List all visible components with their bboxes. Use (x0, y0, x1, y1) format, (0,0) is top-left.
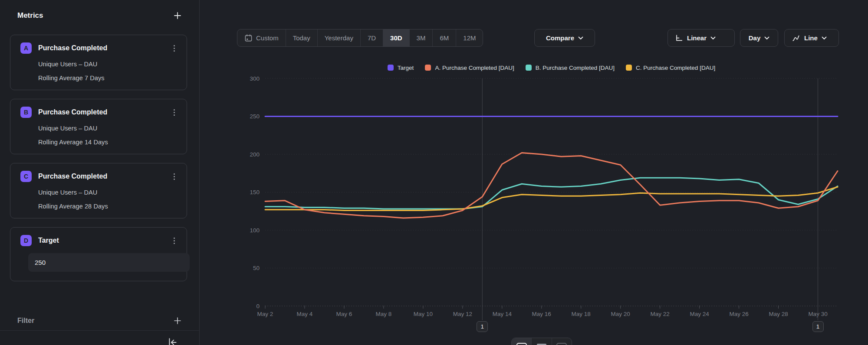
x-axis-label: May 2 (257, 311, 273, 317)
metric-card-a[interactable]: A Purchase Completed Unique Users – DAU … (10, 35, 187, 90)
legend-swatch (526, 65, 532, 71)
collapse-left-icon (167, 337, 178, 345)
chart-type-label: Line (804, 34, 818, 42)
metric-title: Target (38, 237, 169, 244)
plus-icon (173, 316, 182, 325)
filter-title: Filter (17, 317, 34, 325)
add-metric-button[interactable] (171, 10, 184, 22)
metrics-dashboard: 050100150200250300May 2May 4May 6May 8Ma… (0, 0, 868, 345)
date-range-today[interactable]: Today (286, 29, 317, 46)
view-table-button[interactable] (531, 338, 551, 345)
metric-card-list: A Purchase Completed Unique Users – DAU … (10, 35, 187, 290)
y-axis-label-200: 200 (250, 151, 260, 158)
legend-item-2[interactable]: B. Purchase Completed [DAU] (526, 65, 615, 71)
metric-title: Purchase Completed (38, 44, 169, 52)
date-range-label: 3M (417, 34, 426, 42)
chevron-down-icon (822, 36, 827, 40)
linear-axes-icon (675, 34, 683, 42)
chevron-down-icon (578, 36, 583, 40)
series-line-b (265, 178, 838, 209)
x-axis-label: May 20 (611, 311, 630, 317)
chart-view-icon (516, 343, 527, 345)
annotation-badge-0[interactable]: 1 (477, 321, 488, 332)
date-range-label: 30D (390, 34, 402, 42)
legend-item-1[interactable]: A. Purchase Completed [DAU] (425, 65, 514, 71)
date-range-12m[interactable]: 12M (456, 29, 483, 46)
x-axis-label: May 16 (532, 311, 551, 317)
metric-measurement: Unique Users – DAU (38, 61, 179, 68)
add-filter-button[interactable] (171, 315, 184, 327)
legend-swatch (626, 65, 632, 71)
date-range-yesterday[interactable]: Yesterday (317, 29, 360, 46)
metric-card-b[interactable]: B Purchase Completed Unique Users – DAU … (10, 99, 187, 154)
legend-item-0[interactable]: Target (388, 65, 414, 71)
sidebar-footer (0, 330, 199, 345)
legend-swatch (425, 65, 431, 71)
metric-measurement: Unique Users – DAU (38, 125, 179, 132)
date-range-label: 7D (368, 34, 376, 42)
metric-rolling-average: Rolling Average 7 Days (38, 75, 179, 81)
date-range-custom[interactable]: Custom (237, 29, 286, 46)
y-axis-label-50: 50 (253, 265, 260, 271)
metric-card-c[interactable]: C Purchase Completed Unique Users – DAU … (10, 163, 187, 218)
kebab-menu-icon[interactable] (169, 235, 179, 246)
filter-section-header: Filter (17, 315, 184, 327)
date-range-6m[interactable]: 6M (432, 29, 456, 46)
card-view-icon (556, 343, 567, 345)
date-range-label: Yesterday (325, 34, 353, 42)
metric-card-head: A Purchase Completed (20, 42, 179, 54)
metrics-sidebar: Metrics A Purchase Completed Unique User… (0, 0, 200, 345)
metric-rolling-average: Rolling Average 28 Days (38, 203, 179, 210)
granularity-label: Day (749, 34, 761, 42)
legend-label: A. Purchase Completed [DAU] (435, 65, 514, 71)
date-range-7d[interactable]: 7D (360, 29, 383, 46)
sidebar-title: Metrics (17, 11, 43, 20)
kebab-menu-icon[interactable] (169, 171, 179, 182)
metric-title: Purchase Completed (38, 108, 169, 116)
date-range-30d-selected[interactable]: 30D (383, 29, 409, 46)
x-axis-label: May 10 (414, 311, 433, 317)
legend-label: C. Purchase Completed [DAU] (636, 65, 715, 71)
metric-card-head: B Purchase Completed (20, 107, 179, 118)
compare-button[interactable]: Compare (534, 29, 595, 47)
chart-type-selector-button[interactable]: Line (784, 29, 839, 47)
view-switch-control (511, 338, 572, 345)
x-axis-label: May 18 (572, 311, 591, 317)
kebab-menu-icon[interactable] (169, 42, 179, 54)
metric-card-target[interactable]: D Target (10, 227, 187, 281)
x-axis-label: May 22 (651, 311, 670, 317)
view-card-button[interactable] (552, 338, 572, 345)
y-axis-label-0: 0 (256, 303, 260, 309)
x-axis-label: May 12 (453, 311, 472, 317)
granularity-selector-button[interactable]: Day (740, 29, 778, 47)
date-range-label: Custom (256, 34, 279, 42)
scale-selector-button[interactable]: Linear (667, 29, 735, 47)
date-range-label: 12M (463, 34, 476, 42)
y-axis-label-300: 300 (250, 75, 260, 82)
x-axis-label: May 4 (297, 311, 313, 317)
annotation-badge-1[interactable]: 1 (812, 321, 824, 332)
x-axis-label: May 26 (729, 311, 748, 317)
y-axis-label-150: 150 (250, 189, 260, 195)
date-range-label: 6M (440, 34, 449, 42)
line-chart-icon (792, 34, 800, 42)
calendar-icon (244, 34, 253, 42)
chevron-down-icon (710, 36, 716, 40)
metric-measurement: Unique Users – DAU (38, 189, 179, 196)
collapse-sidebar-button[interactable] (167, 337, 178, 345)
scale-label: Linear (687, 34, 707, 42)
target-value-input[interactable] (28, 253, 190, 272)
series-line-c (265, 187, 838, 210)
legend-item-3[interactable]: C. Purchase Completed [DAU] (626, 65, 715, 71)
x-axis-label: May 24 (690, 311, 709, 317)
series-letter-badge: A (20, 42, 32, 54)
view-chart-button[interactable] (512, 338, 531, 345)
legend-label: Target (398, 65, 414, 71)
kebab-menu-icon[interactable] (169, 107, 179, 118)
plus-icon (173, 11, 182, 20)
date-range-3m[interactable]: 3M (409, 29, 433, 46)
date-range-label: Today (293, 34, 310, 42)
y-axis-label-250: 250 (250, 113, 260, 120)
legend-swatch (388, 65, 394, 71)
legend-label: B. Purchase Completed [DAU] (536, 65, 615, 71)
